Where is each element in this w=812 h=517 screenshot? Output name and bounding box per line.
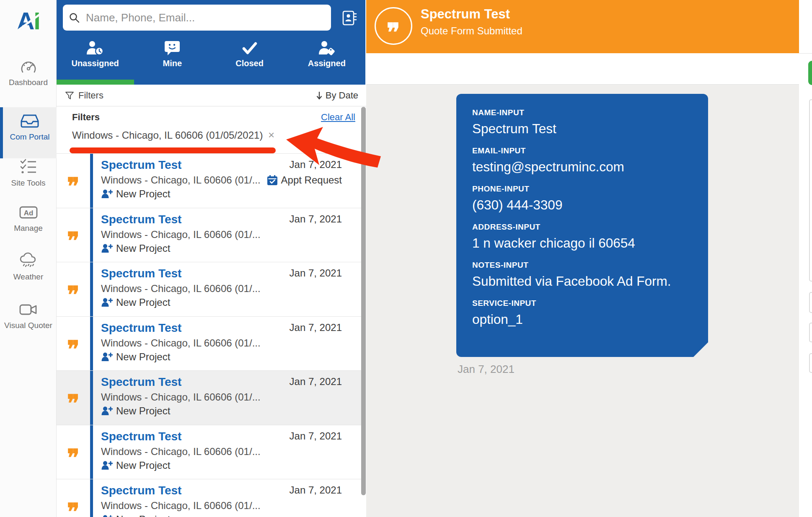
lead-tag-label: New Project: [116, 405, 170, 417]
lead-tag-label: New Project: [116, 188, 170, 200]
filter-bar-label: Filters: [78, 90, 103, 101]
filters-title: Filters: [72, 112, 100, 123]
filter-chip[interactable]: Windows - Chicago, IL 60606 (01/05/2021): [72, 129, 263, 141]
field-value: testing@spectruminc.com: [472, 158, 692, 176]
lead-list-item[interactable]: ❞ Spectrum Test Windows - Chicago, IL 60…: [57, 208, 361, 263]
sidebar-item-weather[interactable]: Weather: [0, 251, 57, 282]
lead-list-item[interactable]: ❞ Spectrum Test Windows - Chicago, IL 60…: [57, 425, 361, 480]
comment-smile-icon: [164, 40, 180, 56]
clipped-panel-box: [809, 353, 812, 373]
lead-source-gutter: ❞: [57, 371, 90, 425]
app-logo[interactable]: AI: [0, 8, 57, 34]
lead-list-item[interactable]: ❞ Spectrum Test Windows - Chicago, IL 60…: [57, 154, 361, 208]
lead-tag: New Project: [101, 460, 361, 471]
clear-all-link[interactable]: Clear All: [321, 112, 355, 123]
lead-detail-panel: ❞ Spectrum Test Quote Form Submitted: [366, 0, 799, 517]
user-plus-icon: [101, 406, 113, 416]
card-corner-cut: [693, 342, 709, 357]
user-tag-icon: [317, 40, 336, 56]
sort-by-date[interactable]: By Date: [315, 90, 358, 101]
sidebar-item-dashboard[interactable]: Dashboard: [0, 58, 57, 87]
sidebar-item-label: Manage: [0, 224, 57, 233]
field-value: Spectrum Test: [472, 120, 692, 137]
list-scrollbar-thumb[interactable]: [361, 107, 366, 495]
sidebar-item-com-portal[interactable]: Com Portal: [0, 107, 57, 158]
lead-list-item[interactable]: ❞ Spectrum Test Windows - Chicago, IL 60…: [57, 262, 361, 317]
user-plus-icon: [101, 352, 113, 362]
funnel-icon: [65, 90, 75, 101]
divider: [799, 53, 812, 54]
field-value: 1 n wacker chicago il 60654: [472, 235, 692, 252]
quote-icon: ❞: [387, 20, 400, 45]
lead-tag: New Project: [101, 243, 361, 254]
lead-accent-bar: [90, 317, 93, 371]
tab-label: Closed: [235, 59, 264, 68]
lead-accent-bar: [90, 371, 93, 425]
tab-mine[interactable]: Mine: [134, 39, 211, 80]
lead-list-item[interactable]: ❞ Spectrum Test Windows - Chicago, IL 60…: [57, 479, 361, 517]
user-plus-icon: [101, 243, 113, 254]
field-label: ADDRESS-INPUT: [472, 222, 692, 232]
field-value: (630) 444-3309: [472, 196, 692, 214]
lead-source-gutter: ❞: [57, 154, 90, 208]
lead-date: Jan 7, 2021: [267, 158, 342, 172]
lead-tag: New Project: [101, 351, 361, 363]
field-label: PHONE-INPUT: [472, 184, 692, 194]
quote-icon: ❞: [67, 392, 80, 415]
lead-date: Jan 7, 2021: [290, 321, 342, 335]
search-box[interactable]: [63, 5, 331, 31]
lead-accent-bar: [90, 262, 93, 316]
tab-unassigned[interactable]: Unassigned: [57, 39, 134, 80]
search-input[interactable]: [85, 11, 325, 25]
lead-badge: Appt Request: [267, 174, 342, 186]
lead-list-item[interactable]: ❞ Spectrum Test Windows - Chicago, IL 60…: [57, 371, 361, 425]
lead-subtitle: Windows - Chicago, IL 60606 (01/...: [101, 336, 361, 350]
address-book-icon[interactable]: [341, 10, 357, 26]
quote-icon: ❞: [67, 175, 80, 198]
clipped-panel-box: [809, 99, 812, 282]
field-label: EMAIL-INPUT: [472, 146, 692, 155]
sidebar-item-visual-quoter[interactable]: Visual Quoter: [0, 302, 57, 330]
checklist-icon: [19, 158, 38, 175]
lead-meta: Jan 7, 2021: [290, 429, 342, 443]
lead-list: ❞ Spectrum Test Windows - Chicago, IL 60…: [57, 154, 361, 517]
lead-meta: Jan 7, 2021: [290, 375, 342, 389]
sidebar-item-manage[interactable]: Ad Manage: [0, 204, 57, 233]
lead-subtitle: Windows - Chicago, IL 60606 (01/...: [101, 282, 361, 295]
search-icon: [69, 12, 80, 23]
filter-chip-close-icon[interactable]: ×: [268, 129, 274, 142]
lead-source-gutter: ❞: [57, 479, 90, 517]
user-clock-icon: [85, 40, 105, 56]
lead-list-item[interactable]: ❞ Spectrum Test Windows - Chicago, IL 60…: [57, 317, 361, 371]
clipped-panel-box: [809, 292, 812, 313]
lead-date: Jan 7, 2021: [290, 429, 342, 443]
tab-label: Unassigned: [71, 59, 119, 68]
lead-source-gutter: ❞: [57, 317, 90, 371]
filter-bar[interactable]: Filters By Date: [57, 85, 366, 106]
lead-tag: New Project: [101, 297, 361, 308]
detail-header: ❞ Spectrum Test Quote Form Submitted: [366, 0, 799, 53]
lead-date: Jan 7, 2021: [290, 483, 342, 497]
lead-tag-label: New Project: [116, 460, 170, 471]
quote-icon: ❞: [67, 283, 80, 307]
quote-icon: ❞: [67, 446, 80, 470]
lead-meta: Jan 7, 2021: [290, 212, 342, 226]
clipped-green-button[interactable]: [808, 61, 812, 85]
tab-assigned[interactable]: Assigned: [288, 39, 365, 80]
tab-closed[interactable]: Closed: [211, 39, 288, 80]
lead-meta: Jan 7, 2021 Appt Request: [267, 158, 342, 186]
sidebar-item-label: Visual Quoter: [0, 321, 57, 330]
lead-tag: New Project: [101, 188, 361, 200]
clipped-panel-box: [809, 323, 812, 342]
detail-body: NAME-INPUT Spectrum Test EMAIL-INPUT tes…: [366, 85, 799, 517]
quote-icon: ❞: [67, 500, 80, 517]
gauge-icon: [19, 58, 38, 75]
svg-text:Ad: Ad: [23, 209, 33, 217]
sidebar-item-label: Weather: [0, 272, 57, 282]
logo-letter-i: I: [34, 7, 39, 34]
field-label: NAME-INPUT: [472, 108, 692, 117]
sidebar-item-site-tools[interactable]: Site Tools: [0, 158, 57, 188]
quote-icon: ❞: [67, 229, 80, 253]
lead-tag-label: New Project: [116, 514, 170, 517]
submission-timestamp: Jan 7, 2021: [458, 363, 515, 376]
